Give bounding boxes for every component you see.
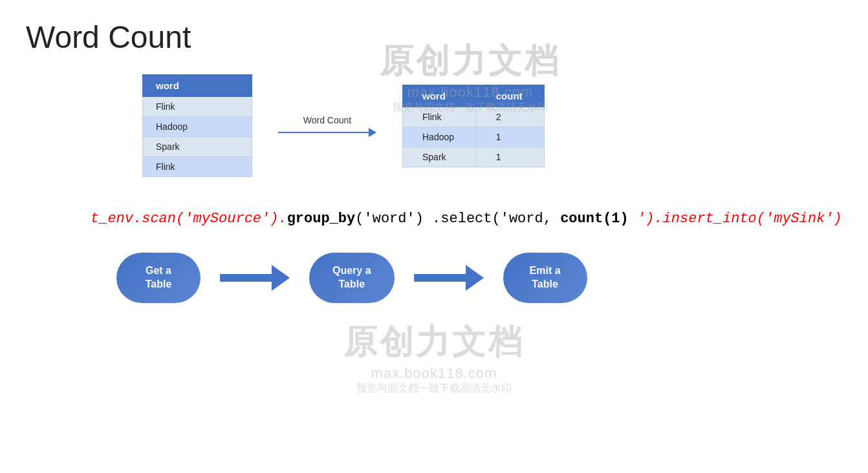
input-table: word FlinkHadoopSparkFlink (142, 74, 252, 177)
arrow-label: Word Count (303, 115, 351, 125)
output-table-word: Spark (403, 147, 477, 167)
input-table-header: word (143, 75, 252, 97)
page-title: Word Count (26, 19, 842, 55)
watermark-bottom: 原创力文档 max.book118.com 预览与源文档一致下载高清无水印 (343, 320, 525, 395)
output-table-count: 1 (476, 147, 544, 167)
arrow-2 (414, 265, 484, 291)
emit-table-button[interactable]: Emit aTable (503, 253, 587, 303)
query-table-button[interactable]: Query aTable (309, 253, 395, 303)
code-part5: ').insert_into('mySink') (629, 211, 842, 227)
watermark-bottom-line1: 原创力文档 (343, 320, 525, 365)
arrow-section: Word Count (278, 115, 376, 137)
input-table-cell: Flink (143, 97, 252, 117)
arrow-1-body (220, 274, 272, 282)
output-table-word: Hadoop (403, 127, 477, 147)
watermark-bottom-line2: max.book118.com (343, 365, 525, 382)
code-part4: count(1) (560, 211, 629, 227)
code-part1: t_env.scan('mySource'). (91, 211, 287, 227)
diagram-section: word FlinkHadoopSparkFlink Word Count wo… (142, 74, 842, 177)
output-table-count: 2 (476, 107, 544, 127)
output-header-word: word (403, 85, 477, 107)
get-table-button[interactable]: Get aTable (116, 253, 201, 303)
arrow-2-head (466, 265, 484, 291)
output-table-count: 1 (476, 127, 544, 147)
page-container: Word Count 原创力文档 max.book118.com 预览与源文档一… (0, 0, 868, 473)
arrow-body (278, 132, 369, 133)
arrow-2-body (414, 274, 466, 282)
input-table-cell: Spark (143, 137, 252, 157)
code-part3: ('word') .select('word, (355, 211, 560, 227)
input-table-cell: Flink (143, 157, 252, 177)
watermark-bottom-line3: 预览与源文档一致下载高清无水印 (343, 382, 525, 395)
arrow-line (278, 128, 376, 137)
output-table-word: Flink (403, 107, 477, 127)
output-table: word count Flink2Hadoop1Spark1 (402, 85, 545, 167)
bottom-flow-section: Get aTable Query aTable Emit aTable (116, 253, 842, 303)
code-section: t_env.scan('mySource').group_by('word') … (91, 209, 842, 227)
code-part2: group_by (287, 211, 356, 227)
input-table-cell: Hadoop (143, 117, 252, 137)
arrow-head (369, 128, 376, 137)
arrow-1 (220, 265, 290, 291)
output-header-count: count (476, 85, 544, 107)
arrow-1-head (272, 265, 290, 291)
